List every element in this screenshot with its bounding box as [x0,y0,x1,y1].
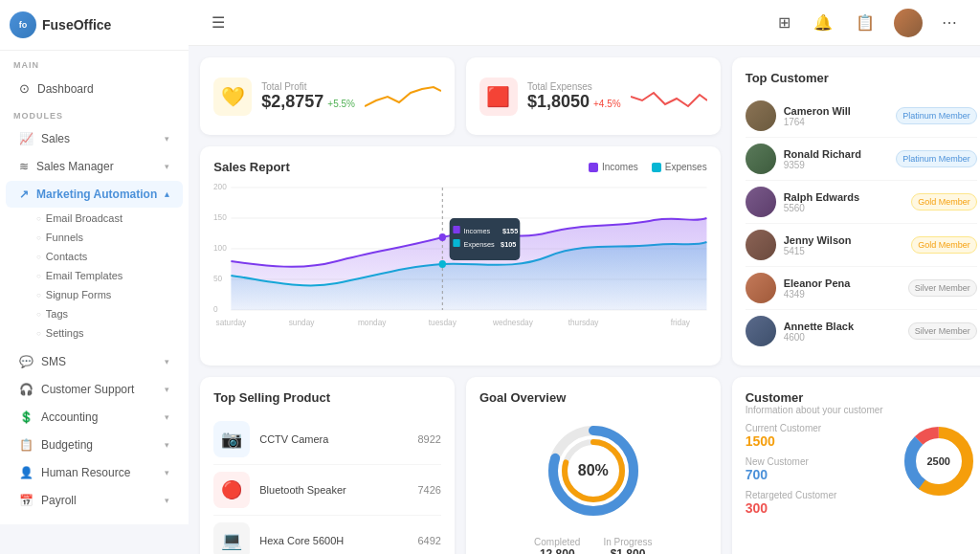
more-icon[interactable]: ⋯ [938,10,961,35]
sidebar-sub-contacts[interactable]: ○ Contacts [27,247,189,266]
svg-text:0: 0 [213,304,218,314]
svg-text:friday: friday [671,318,691,327]
sidebar-item-accounting[interactable]: 💲 Accounting ▾ [6,404,183,431]
svg-text:monday: monday [358,318,387,327]
products-title: Top Selling Product [213,390,441,405]
customer-total: 2500 [926,455,949,467]
sidebar-sub-settings[interactable]: ○ Settings [27,323,189,343]
chevron-down-icon7: ▾ [165,468,169,477]
sms-icon: 💬 [19,355,33,368]
avatar-jenny [746,230,776,260]
sidebar-sub-tags[interactable]: ○ Tags [27,304,189,323]
product-item-3: 💻 Hexa Core 5600H 6492 [213,516,441,554]
budget-icon: 📋 [19,438,33,452]
sidebar-item-hr[interactable]: 👤 Human Resource ▾ [6,459,183,486]
sidebar-item-marketing[interactable]: ↗ Marketing Automation ▴ [6,181,183,208]
sidebar-item-customer-support[interactable]: 🎧 Customer Support ▾ [6,376,183,403]
svg-text:150: 150 [213,212,227,222]
product-count-3: 6492 [417,535,440,546]
expenses-legend: Expenses [665,162,707,172]
hr-icon: 👤 [19,466,33,479]
sidebar-item-sales[interactable]: 📈 Sales ▾ [6,125,183,152]
avatar-ralph [746,187,776,217]
marketing-icon: ↗ [19,188,29,201]
customer-subtitle: Information about your customer [746,405,977,415]
svg-point-11 [439,233,446,241]
expenses-legend-dot [652,163,661,172]
customer-title: Customer [746,390,977,405]
sales-manager-icon: ≋ [19,160,29,173]
logo-icon: fo [10,11,36,38]
profit-change: +5.5% [327,99,355,109]
chevron-down-icon5: ▾ [165,412,169,422]
hamburger-icon[interactable]: ☰ [208,10,229,35]
customer-info-3: Ralph Edwards 5560 [784,191,903,213]
chevron-down-icon6: ▾ [165,440,169,450]
sidebar-sub-signup-forms[interactable]: ○ Signup Forms [27,285,189,304]
main-area: ☰ ⊞ 🔔 📋 ⋯ 💛 Total Profit $2,8757 +5.5% [189,0,980,554]
sales-icon: 📈 [19,132,33,145]
sidebar-item-sms[interactable]: 💬 SMS ▾ [6,348,183,375]
svg-text:wednesday: wednesday [492,318,533,327]
current-customer-label: Current Customer [746,423,891,433]
sales-title: Sales Report [213,160,289,174]
customer-info-2: Ronald Richard 9359 [784,148,888,170]
sidebar-item-payroll[interactable]: 📅 Payroll ▾ [6,487,183,514]
top-customer-title: Top Customer [746,71,977,85]
sidebar: fo FuseOffice MAIN ⊙ Dashboard MODULES 📈… [0,0,189,554]
bell-icon[interactable]: 🔔 [810,10,836,35]
customer-item-6: Annette Black 4600 Silver Member [746,310,977,352]
profit-label: Total Profit [261,81,355,92]
sidebar-item-budgeting[interactable]: 📋 Budgeting ▾ [6,432,183,458]
customer-item-1: Cameron Will 1764 Platinum Member [746,95,977,138]
customer-item-5: Eleanor Pena 4349 Silver Member [746,267,977,310]
goal-title: Goal Overview [479,390,566,405]
completed-label: Completed [534,537,580,547]
sidebar-item-sales-manager[interactable]: ≋ Sales Manager ▾ [6,153,183,180]
svg-text:thursday: thursday [568,318,599,327]
customer-donut-wrapper: 2500 [901,423,977,499]
avatar[interactable] [894,9,923,37]
sidebar-logo: fo FuseOffice [0,0,189,51]
product-count-1: 8922 [417,433,440,445]
incomes-legend: Incomes [602,162,638,172]
svg-rect-14 [454,226,460,233]
goal-stats: Completed 12,800 In Progress $1,800 [534,537,653,554]
goal-donut: 80% [541,418,646,523]
in-progress-value: $1,800 [603,547,652,554]
expense-value: $1,8050 [527,92,590,112]
badge-2: Platinum Member [896,150,977,167]
svg-text:Incomes: Incomes [464,227,491,235]
badge-4: Gold Member [911,236,977,254]
top-customer-card: Top Customer Cameron Will 1764 Platinum … [732,57,980,366]
svg-rect-17 [454,239,460,247]
sidebar-sub-email-broadcast[interactable]: ○ Email Broadcast [27,209,189,228]
chevron-down-icon2: ▾ [165,162,169,171]
svg-text:200: 200 [213,182,227,191]
app-name: FuseOffice [42,17,111,33]
product-item-2: 🔴 Bluetooth Speaker 7426 [213,465,441,516]
sales-chart: 200 150 100 50 0 [213,180,706,333]
sidebar-item-dashboard[interactable]: ⊙ Dashboard [6,75,183,102]
chevron-down-icon3: ▾ [165,357,169,366]
profit-sparkline [365,79,441,114]
chevron-down-icon: ▾ [165,134,169,144]
goal-card: Goal Overview 80% Completed 12,800 In Pr… [466,377,721,554]
customer-info-4: Jenny Wilson 5415 [784,234,903,256]
svg-text:$155: $155 [502,227,519,235]
completed-value: 12,800 [534,547,580,554]
sidebar-sub-email-templates[interactable]: ○ Email Templates [27,266,189,285]
cctv-icon: 📷 [213,421,250,457]
svg-text:50: 50 [213,274,222,283]
svg-point-12 [439,260,446,268]
svg-text:tuesday: tuesday [429,318,457,327]
badge-1: Platinum Member [896,107,977,124]
clipboard-icon[interactable]: 📋 [852,10,879,35]
retargeted-value: 300 [746,500,891,516]
goal-percent: 80% [578,462,609,479]
sidebar-sub-funnels[interactable]: ○ Funnels [27,228,189,247]
grid-icon[interactable]: ⊞ [774,10,794,35]
svg-text:100: 100 [213,243,227,253]
avatar-eleanor [746,273,776,303]
expense-info: Total Expenses $1,8050 +4.5% [527,81,621,112]
